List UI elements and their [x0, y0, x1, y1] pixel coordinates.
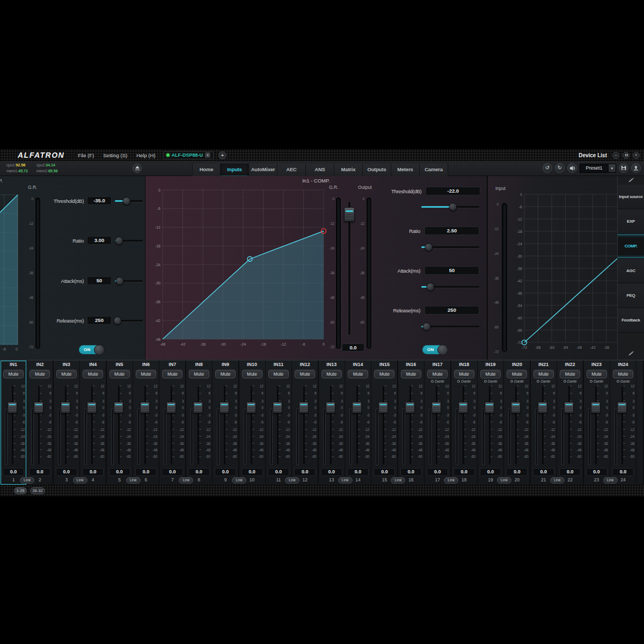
- channel-strip-in24[interactable]: IN24MuteDante12630-3-6-12-24-36-48-600.0…: [610, 361, 636, 485]
- slider-knob[interactable]: [115, 237, 123, 245]
- channel-fader[interactable]: 12630-3-6-12-24-36-48-60: [372, 385, 396, 467]
- mute-button[interactable]: Mute: [83, 370, 103, 378]
- tab-automixer[interactable]: AutoMixer: [249, 164, 277, 176]
- tab-matrix[interactable]: Matrix: [334, 164, 363, 176]
- tab-inputs[interactable]: Inputs: [221, 164, 249, 176]
- toggle-knob[interactable]: [437, 345, 448, 355]
- sidebar-item-comp-[interactable]: COMP.: [618, 234, 644, 259]
- channel-strip-in18[interactable]: IN18MuteDante12630-3-6-12-24-36-48-600.0…: [451, 361, 477, 485]
- maximize-icon[interactable]: [623, 152, 630, 159]
- param-slider[interactable]: [421, 283, 479, 291]
- tab-home[interactable]: Home: [192, 164, 221, 176]
- slider-knob[interactable]: [122, 197, 130, 205]
- fader-cap[interactable]: [352, 402, 362, 413]
- param-slider[interactable]: [115, 317, 143, 325]
- param-slider[interactable]: [115, 237, 143, 245]
- channel-fader[interactable]: 12630-3-6-12-24-36-48-60: [346, 385, 370, 467]
- fader-cap[interactable]: [458, 402, 468, 413]
- fader-cap[interactable]: [299, 402, 309, 413]
- fader-cap[interactable]: [114, 402, 123, 413]
- sidebar-top-edit-icon[interactable]: [618, 176, 644, 185]
- channel-fader[interactable]: 12630-3-6-12-24-36-48-60: [399, 385, 423, 467]
- tab-camera[interactable]: Camera: [420, 164, 448, 176]
- fader-cap[interactable]: [511, 402, 521, 413]
- sidebar-item-input-source[interactable]: Input source: [618, 185, 644, 209]
- channel-fader[interactable]: 12630-3-6-12-24-36-48-60: [2, 385, 25, 467]
- mute-button[interactable]: Mute: [374, 370, 394, 378]
- link-button[interactable]: Link: [550, 477, 565, 484]
- channel-fader[interactable]: 12630-3-6-12-24-36-48-60: [160, 385, 184, 467]
- mute-button[interactable]: Mute: [109, 370, 130, 378]
- output-fader[interactable]: [344, 200, 355, 339]
- slider-knob[interactable]: [116, 277, 124, 285]
- channel-fader[interactable]: 12630-3-6-12-24-36-48-60: [187, 385, 211, 467]
- page-tab-1-25[interactable]: 1-25: [14, 487, 27, 494]
- mute-button[interactable]: Mute: [189, 370, 209, 378]
- mute-button[interactable]: Mute: [56, 370, 77, 378]
- channel-fader[interactable]: 12630-3-6-12-24-36-48-60: [108, 385, 131, 467]
- mute-button[interactable]: Mute: [268, 370, 289, 378]
- channel-strip-in10[interactable]: IN10Mute12630-3-6-12-24-36-48-600.010: [239, 361, 265, 485]
- fader-cap[interactable]: [326, 402, 335, 413]
- fader-cap[interactable]: [246, 402, 256, 413]
- device-tab[interactable]: ALF-DSP88-U x: [163, 151, 214, 159]
- param-slider[interactable]: [115, 277, 143, 285]
- link-button[interactable]: Link: [20, 477, 34, 484]
- channel-fader[interactable]: 12630-3-6-12-24-36-48-60: [267, 385, 290, 467]
- slider-knob[interactable]: [449, 203, 457, 211]
- channel-strip-in7[interactable]: IN7Mute12630-3-6-12-24-36-48-600.07Link: [159, 361, 185, 485]
- fader-cap[interactable]: [485, 402, 494, 413]
- link-button[interactable]: Link: [126, 477, 141, 484]
- sidebar-item-agc[interactable]: AGC: [618, 259, 644, 283]
- channel-fader[interactable]: 12630-3-6-12-24-36-48-60: [611, 385, 635, 467]
- sidebar-item-feedback[interactable]: Feedback: [618, 308, 644, 333]
- slider-knob[interactable]: [427, 283, 435, 291]
- menu-help[interactable]: Help (H): [136, 152, 155, 158]
- channel-strip-in14[interactable]: IN14Mute12630-3-6-12-24-36-48-600.014: [345, 361, 371, 485]
- slider-knob[interactable]: [114, 317, 122, 325]
- menu-setting[interactable]: Setting (S): [103, 152, 127, 158]
- channel-strip-in22[interactable]: IN22MuteDante12630-3-6-12-24-36-48-600.0…: [557, 361, 583, 485]
- param-slider[interactable]: [115, 197, 143, 205]
- fader-cap[interactable]: [344, 207, 355, 222]
- fader-cap[interactable]: [431, 402, 441, 413]
- link-button[interactable]: Link: [232, 477, 246, 484]
- channel-fader[interactable]: 12630-3-6-12-24-36-48-60: [558, 385, 582, 467]
- mute-button[interactable]: Mute: [401, 370, 421, 378]
- param-slider[interactable]: [421, 243, 479, 251]
- channel-fader[interactable]: 12630-3-6-12-24-36-48-60: [134, 385, 158, 467]
- channel-fader[interactable]: 12630-3-6-12-24-36-48-60: [55, 385, 78, 467]
- upload-to-device-button[interactable]: [631, 163, 641, 173]
- tab-ans[interactable]: ANS: [306, 164, 334, 176]
- link-button[interactable]: Link: [338, 477, 353, 484]
- channel-strip-in19[interactable]: IN19MuteDante12630-3-6-12-24-36-48-600.0…: [478, 361, 503, 485]
- fader-cap[interactable]: [219, 402, 229, 413]
- sidebar-item-peq[interactable]: PEQ: [618, 283, 644, 308]
- slider-knob[interactable]: [422, 323, 430, 331]
- param-slider[interactable]: [421, 323, 479, 331]
- channel-fader[interactable]: 12630-3-6-12-24-36-48-60: [452, 385, 476, 467]
- mute-button[interactable]: Mute: [295, 370, 315, 378]
- comp-on-toggle[interactable]: ON: [422, 345, 447, 354]
- tab-outputs[interactable]: Outputs: [363, 164, 391, 176]
- fader-cap[interactable]: [193, 402, 203, 413]
- channel-fader[interactable]: 12630-3-6-12-24-36-48-60: [479, 385, 502, 467]
- fader-cap[interactable]: [8, 402, 17, 413]
- channel-fader[interactable]: 12630-3-6-12-24-36-48-60: [214, 385, 237, 467]
- mute-button[interactable]: Mute: [507, 370, 527, 378]
- channel-strip-in5[interactable]: IN5Mute12630-3-6-12-24-36-48-600.05Link: [107, 361, 133, 485]
- close-icon[interactable]: ×: [633, 152, 640, 159]
- channel-fader[interactable]: 12630-3-6-12-24-36-48-60: [81, 385, 105, 467]
- channel-fader[interactable]: 12630-3-6-12-24-36-48-60: [426, 385, 449, 467]
- menu-file[interactable]: File (F): [78, 152, 94, 158]
- channel-strip-in23[interactable]: IN23MuteDante12630-3-6-12-24-36-48-600.0…: [584, 361, 610, 485]
- add-device-button[interactable]: +: [218, 151, 226, 159]
- link-button[interactable]: Link: [497, 477, 511, 484]
- fader-cap[interactable]: [591, 402, 601, 413]
- link-button[interactable]: Link: [73, 477, 87, 484]
- fader-cap[interactable]: [87, 402, 97, 413]
- mute-button[interactable]: Mute: [3, 370, 24, 378]
- device-list-button[interactable]: Device List: [579, 152, 607, 158]
- channel-strip-in21[interactable]: IN21MuteDante12630-3-6-12-24-36-48-600.0…: [531, 361, 557, 485]
- channel-strip-in2[interactable]: IN2Mute12630-3-6-12-24-36-48-600.02: [27, 361, 53, 485]
